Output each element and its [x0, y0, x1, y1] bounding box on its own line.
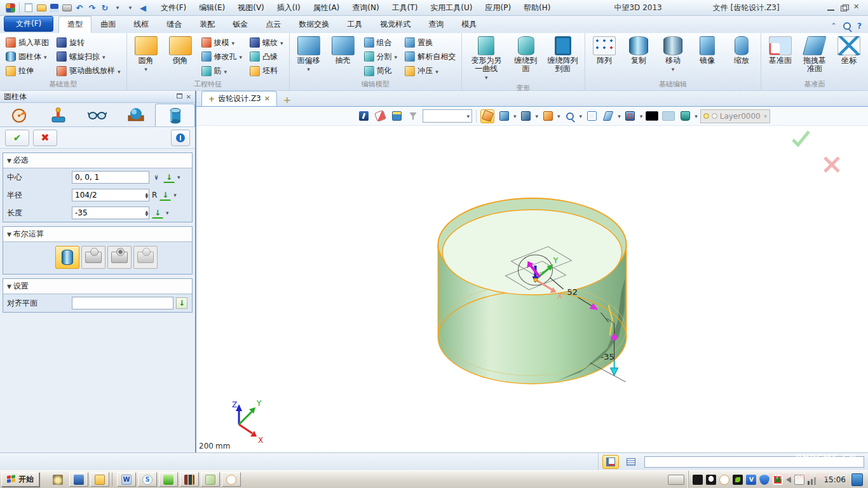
word-task-button[interactable]: W [117, 472, 136, 487]
shell-button[interactable]: 抽壳 [329, 35, 358, 79]
menu-applications[interactable]: 应用(P) [478, 1, 517, 15]
view-standard-button[interactable] [497, 109, 511, 123]
fillet-dropdown[interactable] [144, 65, 147, 73]
morph-to-curve-button[interactable]: 变形为另一曲线 [466, 35, 506, 83]
zoom-extents-button[interactable] [585, 109, 599, 123]
settings-section-header[interactable]: 设置 [3, 279, 192, 294]
tray-shield-icon[interactable] [759, 475, 770, 485]
modify-hole-dropdown[interactable] [240, 52, 243, 61]
dialog-restore-icon[interactable] [177, 93, 182, 98]
length-pick-icon[interactable] [152, 207, 163, 219]
menu-insert[interactable]: 插入(I) [271, 1, 307, 15]
menu-edit[interactable]: 编辑(E) [193, 1, 231, 15]
tab-sew[interactable]: 缝合 [158, 16, 191, 33]
tab-visualstyle[interactable]: 视觉样式 [371, 16, 419, 33]
length-pick-dropdown[interactable]: ▾ [166, 210, 169, 216]
modify-hole-button[interactable]: 修改孔 [200, 51, 244, 62]
tab-inquire[interactable]: 查询 [419, 16, 452, 33]
spiral-sweep-button[interactable]: 螺旋扫掠 [55, 51, 122, 62]
tray-clock[interactable]: 15:06 [824, 475, 846, 484]
cancel-button[interactable]: ✖ [33, 130, 57, 146]
face-offset-button[interactable]: 面偏移 [294, 35, 323, 79]
radius-spinner[interactable] [145, 192, 148, 198]
radius-mode-label[interactable]: R [152, 191, 157, 200]
menu-attributes[interactable]: 属性(A) [307, 1, 346, 15]
bool-remove-button[interactable] [107, 246, 132, 269]
morph-dropdown[interactable] [485, 73, 488, 81]
divide-dropdown[interactable] [395, 52, 398, 61]
network-signal-icon[interactable] [808, 475, 818, 485]
notepad-task-button[interactable] [201, 472, 220, 487]
tab-pointcloud[interactable]: 点云 [257, 16, 290, 33]
cylinder-dropdown[interactable] [44, 52, 47, 61]
radius-pick-icon[interactable] [159, 189, 171, 201]
expand-point-icon[interactable] [152, 175, 161, 180]
csys-button[interactable]: 坐标 [834, 35, 864, 79]
floating-cancel-icon[interactable] [825, 158, 839, 172]
scale-button[interactable]: 缩放 [727, 35, 756, 79]
boolean-section-header[interactable]: 布尔运算 [3, 227, 192, 242]
file-menu-button[interactable]: 文件(F) [4, 16, 53, 32]
menu-inquire[interactable]: 查询(N) [346, 1, 385, 15]
collapse-left-icon[interactable]: ◀ [137, 2, 149, 13]
tab-tools[interactable]: 工具 [338, 16, 371, 33]
move-dropdown[interactable] [672, 65, 675, 73]
tab-preview-icon[interactable] [78, 104, 116, 126]
volume-icon[interactable] [786, 477, 791, 483]
bool-add-button[interactable] [81, 246, 105, 269]
screenshot-tool-button[interactable] [48, 472, 67, 487]
shade-mode-dropdown[interactable]: ▾ [536, 113, 539, 119]
filter-button[interactable] [406, 109, 420, 123]
center-pick-icon[interactable] [163, 172, 175, 183]
tray-nvidia-icon[interactable] [733, 475, 743, 485]
command-input[interactable] [644, 456, 864, 468]
collapse-ribbon-icon[interactable]: ⌃ [831, 22, 837, 30]
divide-button[interactable]: 分割 [363, 51, 399, 62]
tray-foxmail-icon[interactable] [719, 475, 729, 485]
new-tab-button[interactable]: + [277, 95, 297, 106]
regen-icon[interactable]: ↻ [99, 2, 111, 13]
punch-button[interactable]: 冲压 [403, 65, 457, 76]
tab-surface[interactable]: 曲面 [92, 16, 125, 33]
draft-dropdown[interactable] [232, 38, 235, 47]
swap-display-button[interactable] [623, 109, 637, 123]
search-icon[interactable] [843, 22, 851, 30]
tab-history-icon[interactable] [0, 104, 39, 126]
punch-dropdown[interactable] [435, 67, 438, 76]
regen-dropdown-icon[interactable]: ▾ [112, 2, 123, 13]
toolbar-options-icon[interactable]: ▾ [125, 2, 136, 13]
resolve-selfx-button[interactable]: 解析自相交 [403, 51, 457, 62]
rib-button[interactable]: 筋 [200, 65, 244, 76]
drag-datum-button[interactable]: 拖拽基准面 [800, 35, 829, 79]
datum-plane-button[interactable]: 基准面 [766, 35, 795, 79]
prompt-panel-button[interactable] [602, 455, 619, 469]
loft-dropdown[interactable] [118, 67, 121, 76]
swap-display-dropdown[interactable]: ▾ [640, 113, 643, 119]
bool-base-button[interactable] [55, 246, 79, 269]
copy-button[interactable]: 复制 [624, 35, 653, 79]
insert-sketch-button[interactable]: 插入草图 [4, 37, 50, 48]
align-view-button[interactable] [480, 109, 494, 123]
open-file-icon[interactable] [36, 2, 47, 13]
rib-dropdown[interactable] [224, 67, 227, 76]
browser-task-button[interactable]: S [138, 472, 157, 487]
thread-button[interactable]: 螺纹 [248, 37, 285, 48]
section-view-button[interactable] [601, 109, 615, 123]
layer-manager-button[interactable] [678, 109, 692, 123]
close-button[interactable] [853, 4, 862, 11]
pattern-button[interactable]: 阵列 [590, 35, 619, 79]
model-viewport[interactable]: X Y 52 [196, 126, 868, 452]
combine-button[interactable]: 组合 [363, 37, 399, 48]
menu-tools[interactable]: 工具(T) [386, 1, 424, 15]
tray-v-icon[interactable]: V [746, 475, 756, 485]
restore-button[interactable] [840, 4, 848, 11]
download-task-button[interactable] [159, 472, 178, 487]
length-input[interactable] [72, 207, 149, 219]
tab-mold[interactable]: 模具 [452, 16, 485, 33]
erase-button[interactable] [373, 109, 387, 123]
exit-button[interactable] [356, 109, 370, 123]
message-list-button[interactable] [623, 455, 639, 469]
length-spinner[interactable] [145, 210, 148, 216]
menu-file[interactable]: 文件(F) [154, 1, 193, 15]
new-document-icon[interactable] [23, 2, 34, 13]
